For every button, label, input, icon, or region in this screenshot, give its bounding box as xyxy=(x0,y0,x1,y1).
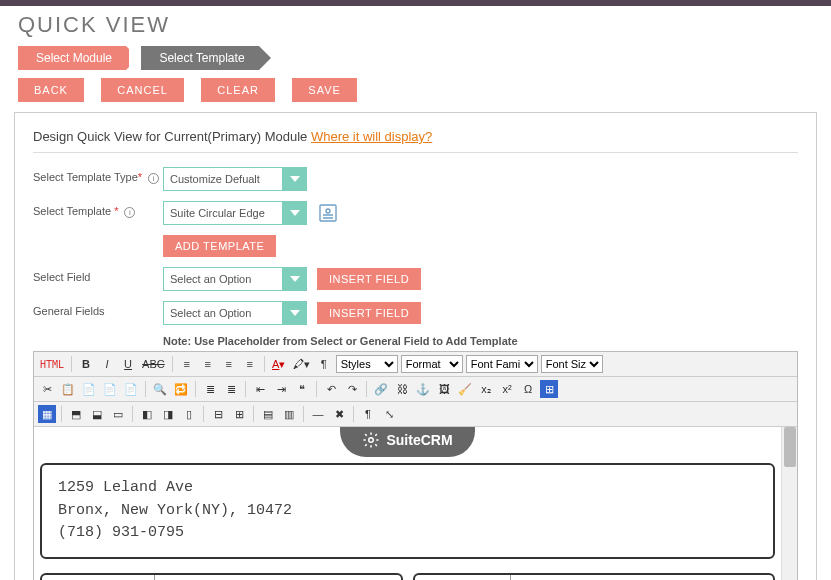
delete-row-icon[interactable]: ▭ xyxy=(109,405,127,423)
link-icon[interactable]: 🔗 xyxy=(372,380,390,398)
gear-icon xyxy=(362,431,380,449)
paste-icon[interactable]: 📄 xyxy=(80,380,98,398)
number-list-icon[interactable]: ≣ xyxy=(222,380,240,398)
select-field-select[interactable]: Select an Option xyxy=(163,267,283,291)
table-icon[interactable]: ⊞ xyxy=(540,380,558,398)
strikethrough-icon[interactable]: ABC xyxy=(140,355,167,373)
clear-button[interactable]: CLEAR xyxy=(201,78,275,102)
outdent-icon[interactable]: ⇤ xyxy=(251,380,269,398)
fullscreen-collapse-icon[interactable]: ⤡ xyxy=(380,405,398,423)
paste-text-icon[interactable]: 📄 xyxy=(101,380,119,398)
insert-field-button[interactable]: INSERT FIELD xyxy=(317,268,421,290)
wizard-steps: Select Module Select Template xyxy=(0,46,831,78)
add-template-button[interactable]: ADD TEMPLATE xyxy=(163,235,276,257)
format-select[interactable]: Format xyxy=(401,355,463,373)
editor-toolbar-row3: ▦ ⬒ ⬓ ▭ ◧ ◨ ▯ ⊟ ⊞ ▤ ▥ — ✖ ¶ ⤡ xyxy=(34,402,797,427)
paragraph-icon[interactable]: ¶ xyxy=(315,355,333,373)
align-justify-icon[interactable]: ≡ xyxy=(241,355,259,373)
address-card: 1259 Leland Ave Bronx, New York(NY), 104… xyxy=(40,463,775,559)
remove-format-icon[interactable]: ✖ xyxy=(330,405,348,423)
page-title: QUICK VIEW xyxy=(0,6,831,46)
panel-heading: Design Quick View for Current(Primary) M… xyxy=(33,129,798,153)
align-right-icon[interactable]: ≡ xyxy=(220,355,238,373)
paste-word-icon[interactable]: 📄 xyxy=(122,380,140,398)
editor-toolbar-row2: ✂ 📋 📄 📄 📄 🔍 🔁 ≣ ≣ ⇤ ⇥ ❝ ↶ ↷ 🔗 ⛓ ⚓ 🖼 🧹 x₂ xyxy=(34,377,797,402)
redo-icon[interactable]: ↷ xyxy=(343,380,361,398)
superscript-icon[interactable]: x² xyxy=(498,380,516,398)
align-left-icon[interactable]: ≡ xyxy=(178,355,196,373)
editor-content-area[interactable]: SuiteCRM 1259 Leland Ave Bronx, New York… xyxy=(34,427,797,580)
chevron-down-icon[interactable] xyxy=(283,301,307,325)
underline-icon[interactable]: U xyxy=(119,355,137,373)
save-button[interactable]: SAVE xyxy=(292,78,357,102)
info-icon[interactable]: i xyxy=(148,173,159,184)
placeholder-note: Note: Use Placeholder from Select or Gen… xyxy=(163,335,798,347)
wizard-step-template[interactable]: Select Template xyxy=(141,46,258,70)
subscript-icon[interactable]: x₂ xyxy=(477,380,495,398)
design-panel: Design Quick View for Current(Primary) M… xyxy=(14,112,817,580)
field-site-url: Site URL: $general_site_ xyxy=(413,573,776,581)
bold-icon[interactable]: B xyxy=(77,355,95,373)
hr-icon[interactable]: — xyxy=(309,405,327,423)
template-label: Select Template * i xyxy=(33,201,163,218)
back-button[interactable]: BACK xyxy=(18,78,84,102)
special-char-icon[interactable]: Ω xyxy=(519,380,537,398)
align-center-icon[interactable]: ≡ xyxy=(199,355,217,373)
font-family-select[interactable]: Font Family xyxy=(466,355,538,373)
scroll-thumb[interactable] xyxy=(784,427,796,467)
bullet-list-icon[interactable]: ≣ xyxy=(201,380,219,398)
anchor-icon[interactable]: ⚓ xyxy=(414,380,432,398)
split-cell-icon[interactable]: ⊟ xyxy=(209,405,227,423)
col-before-icon[interactable]: ◧ xyxy=(138,405,156,423)
delete-col-icon[interactable]: ▯ xyxy=(180,405,198,423)
chevron-down-icon[interactable] xyxy=(283,201,307,225)
where-display-link[interactable]: Where it will display? xyxy=(311,129,432,144)
blockquote-icon[interactable]: ❝ xyxy=(293,380,311,398)
cancel-button[interactable]: CANCEL xyxy=(101,78,184,102)
info-icon[interactable]: i xyxy=(124,207,135,218)
cell-props-icon[interactable]: ▥ xyxy=(280,405,298,423)
template-layout-icon[interactable] xyxy=(317,202,339,224)
row-select-field: Select Field Select an Option INSERT FIE… xyxy=(33,267,798,291)
unlink-icon[interactable]: ⛓ xyxy=(393,380,411,398)
find-icon[interactable]: 🔍 xyxy=(151,380,169,398)
col-after-icon[interactable]: ◨ xyxy=(159,405,177,423)
indent-icon[interactable]: ⇥ xyxy=(272,380,290,398)
general-fields-label: General Fields xyxy=(33,301,163,317)
row-before-icon[interactable]: ⬒ xyxy=(67,405,85,423)
editor-toolbar-row1: HTML B I U ABC ≡ ≡ ≡ ≡ A▾ 🖍▾ ¶ Styles Fo… xyxy=(34,352,797,377)
vertical-scrollbar[interactable] xyxy=(781,427,797,580)
address-line-1: 1259 Leland Ave xyxy=(58,477,757,500)
font-size-select[interactable]: Font Size xyxy=(541,355,603,373)
insert-general-field-button[interactable]: INSERT FIELD xyxy=(317,302,421,324)
chevron-down-icon[interactable] xyxy=(283,167,307,191)
undo-icon[interactable]: ↶ xyxy=(322,380,340,398)
brand-pill-row: SuiteCRM xyxy=(40,427,775,457)
image-icon[interactable]: 🖼 xyxy=(435,380,453,398)
cut-icon[interactable]: ✂ xyxy=(38,380,56,398)
copy-icon[interactable]: 📋 xyxy=(59,380,77,398)
font-color-icon[interactable]: A▾ xyxy=(270,355,288,373)
template-type-select[interactable]: Customize Defualt xyxy=(163,167,283,191)
clean-icon[interactable]: 🧹 xyxy=(456,380,474,398)
field-value: $first_name$ xyxy=(155,575,276,581)
field-placeholder-grid: First Name: $first_name$ Site URL: $gene… xyxy=(40,573,775,581)
highlight-icon[interactable]: 🖍▾ xyxy=(291,355,312,373)
row-props-icon[interactable]: ▤ xyxy=(259,405,277,423)
field-label: First Name: xyxy=(42,575,155,581)
merge-cell-icon[interactable]: ⊞ xyxy=(230,405,248,423)
template-select[interactable]: Suite Circular Edge xyxy=(163,201,283,225)
row-template-type: Select Template Type* i Customize Defual… xyxy=(33,167,798,191)
row-add-template: ADD TEMPLATE xyxy=(33,235,798,257)
layer-icon[interactable]: ▦ xyxy=(38,405,56,423)
replace-icon[interactable]: 🔁 xyxy=(172,380,190,398)
chevron-down-icon[interactable] xyxy=(283,267,307,291)
wizard-step-module[interactable]: Select Module xyxy=(18,46,126,70)
toggle-invisible-icon[interactable]: ¶ xyxy=(359,405,377,423)
row-after-icon[interactable]: ⬓ xyxy=(88,405,106,423)
italic-icon[interactable]: I xyxy=(98,355,116,373)
html-icon[interactable]: HTML xyxy=(38,355,66,373)
styles-select[interactable]: Styles xyxy=(336,355,398,373)
required-marker: * xyxy=(138,171,142,183)
general-fields-select[interactable]: Select an Option xyxy=(163,301,283,325)
